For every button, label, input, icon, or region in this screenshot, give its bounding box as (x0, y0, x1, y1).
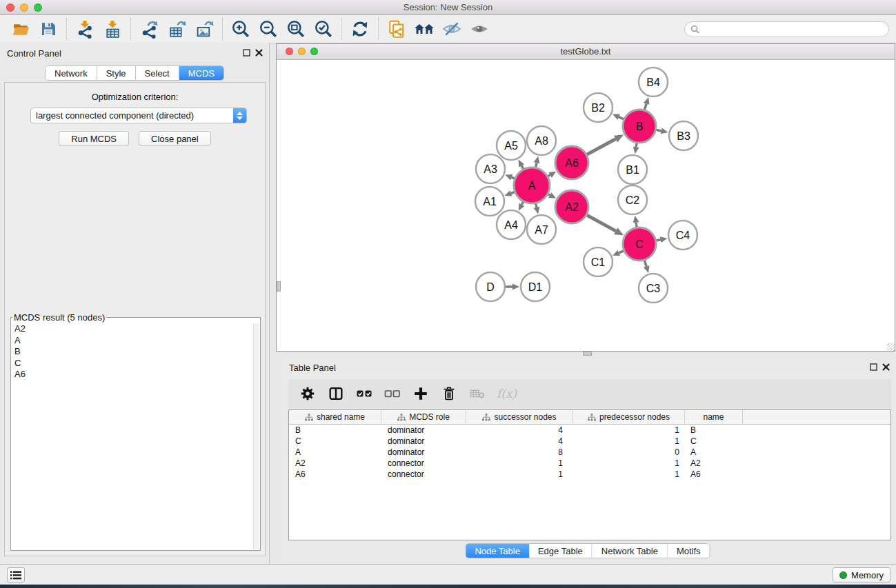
graph-edge-C-C2[interactable] (636, 223, 637, 227)
column-header-MCDS-role[interactable]: MCDS role (381, 410, 466, 424)
network-minimize-button[interactable] (298, 48, 306, 55)
zoom-out-icon[interactable] (255, 17, 282, 41)
table-row[interactable]: Cdominator41C (289, 436, 890, 447)
table-cell[interactable]: 1 (573, 436, 685, 446)
table-row[interactable]: Adominator80A (289, 447, 890, 458)
graph-edge-A2-C[interactable] (587, 215, 616, 231)
close-panel-icon[interactable] (255, 49, 263, 57)
column-header-shared-name[interactable]: shared name (289, 410, 381, 424)
tab-mcds[interactable]: MCDS (179, 66, 223, 80)
table-cell[interactable]: dominator (381, 436, 466, 446)
import-network-icon[interactable] (71, 17, 99, 41)
table-cell[interactable]: 1 (573, 425, 685, 435)
table-cell[interactable]: C (685, 436, 743, 446)
import-table-icon[interactable] (99, 17, 126, 41)
graph-edge-A-A3[interactable] (512, 177, 515, 179)
graph-edge-B-B3[interactable] (656, 130, 661, 131)
network-vertical-scroll-thumb[interactable] (277, 281, 281, 292)
network-close-button[interactable] (286, 48, 293, 55)
column-header-name[interactable]: name (685, 410, 743, 424)
tab-style[interactable]: Style (97, 66, 136, 80)
tab-select[interactable]: Select (136, 66, 179, 80)
graph-edge-A6-B[interactable] (587, 139, 616, 155)
network-resize-grip[interactable] (887, 343, 895, 351)
table-cell[interactable]: C (289, 436, 381, 446)
table-cell[interactable]: A (685, 447, 743, 457)
graph-edge-C-C4[interactable] (656, 240, 660, 241)
run-mcds-button[interactable]: Run MCDS (59, 131, 129, 146)
graph-edge-B-B4[interactable] (644, 103, 646, 110)
graph-edge-C-C1[interactable] (619, 251, 624, 253)
table-row[interactable]: A6connector11A6 (289, 469, 890, 480)
mcds-result-item[interactable]: C (14, 358, 260, 369)
show-all-eye-icon[interactable] (466, 17, 493, 41)
export-image-icon[interactable] (190, 17, 218, 41)
close-window-button[interactable] (6, 3, 14, 12)
graph-edge-A-A5[interactable] (521, 165, 523, 169)
column-sort-icon[interactable] (397, 414, 406, 421)
table-row[interactable]: Bdominator41B (289, 425, 890, 436)
memory-button[interactable]: Memory (833, 567, 890, 582)
settings-gear-icon[interactable] (299, 385, 317, 403)
column-sort-icon[interactable] (305, 414, 313, 421)
export-table-icon[interactable] (163, 17, 190, 41)
tab-network-table[interactable]: Network Table (593, 544, 668, 558)
graph-edge-A-A7[interactable] (536, 203, 537, 207)
network-horizontal-scroll-thumb[interactable] (583, 352, 592, 356)
mcds-result-item[interactable]: A (14, 335, 260, 347)
search-box[interactable] (684, 21, 889, 37)
mcds-result-item[interactable]: B (14, 346, 260, 358)
table-cell[interactable]: 1 (573, 458, 685, 468)
table-cell[interactable]: A (289, 447, 381, 457)
export-network-icon[interactable] (135, 17, 163, 41)
table-cell[interactable]: 4 (466, 436, 573, 446)
table-cell[interactable]: dominator (381, 425, 466, 435)
mcds-result-item[interactable]: A2 (14, 323, 260, 335)
tab-edge-table[interactable]: Edge Table (529, 544, 593, 558)
two-homes-icon[interactable] (410, 17, 438, 41)
refresh-view-icon[interactable] (346, 17, 374, 41)
table-row[interactable]: A2connector11A2 (289, 458, 890, 469)
zoom-fit-icon[interactable] (282, 17, 310, 41)
table-cell[interactable]: A2 (685, 458, 743, 468)
task-history-button[interactable] (7, 567, 25, 582)
hide-selected-eye-slash-icon[interactable] (438, 17, 466, 41)
float-table-panel-icon[interactable] (870, 363, 877, 371)
table-cell[interactable]: 4 (466, 425, 573, 435)
zoom-selected-icon[interactable] (310, 17, 337, 41)
graph-edge-B-B2[interactable] (619, 117, 624, 119)
network-maximize-button[interactable] (310, 48, 318, 55)
graph-edge-B-B1[interactable] (636, 143, 637, 148)
table-cell[interactable]: connector (381, 458, 466, 468)
table-cell[interactable]: A6 (685, 469, 743, 479)
select-all-checkboxes-icon[interactable] (355, 385, 373, 403)
minimize-window-button[interactable] (20, 3, 28, 12)
column-sort-icon[interactable] (482, 414, 490, 421)
graph-edge-A-A6[interactable] (548, 175, 550, 176)
column-header-predecessor-nodes[interactable]: predecessor nodes (573, 410, 685, 424)
graph-edge-A-A4[interactable] (521, 202, 523, 205)
split-columns-icon[interactable] (327, 385, 345, 403)
open-file-icon[interactable] (7, 17, 34, 41)
delete-column-trash-icon[interactable] (440, 385, 458, 403)
mcds-result-item[interactable]: A6 (14, 369, 260, 381)
graph-edge-C-C3[interactable] (644, 261, 646, 267)
zoom-in-icon[interactable] (227, 17, 255, 41)
graph-edge-A-A8[interactable] (536, 163, 537, 167)
table-cell[interactable]: B (289, 425, 381, 435)
network-canvas[interactable]: AA1A3A5A8A6A4A7A2BB2B4B3B1CC2C4C1C3DD1 (277, 60, 895, 351)
tab-network[interactable]: Network (46, 66, 97, 80)
table-cell[interactable]: 0 (573, 447, 685, 457)
table-cell[interactable]: B (685, 425, 743, 435)
table-cell[interactable]: 1 (466, 469, 573, 479)
close-panel-button[interactable]: Close panel (139, 131, 211, 146)
result-scrollbar[interactable] (253, 323, 259, 549)
table-cell[interactable]: connector (381, 469, 466, 479)
table-cell[interactable]: 1 (573, 469, 685, 479)
new-network-from-selection-icon[interactable] (383, 17, 410, 41)
table-cell[interactable]: dominator (381, 447, 466, 457)
column-header-successor-nodes[interactable]: successor nodes (466, 410, 573, 424)
deselect-all-checkboxes-icon[interactable] (384, 385, 401, 403)
save-session-icon[interactable] (34, 17, 62, 41)
table-cell[interactable]: A6 (289, 469, 381, 479)
